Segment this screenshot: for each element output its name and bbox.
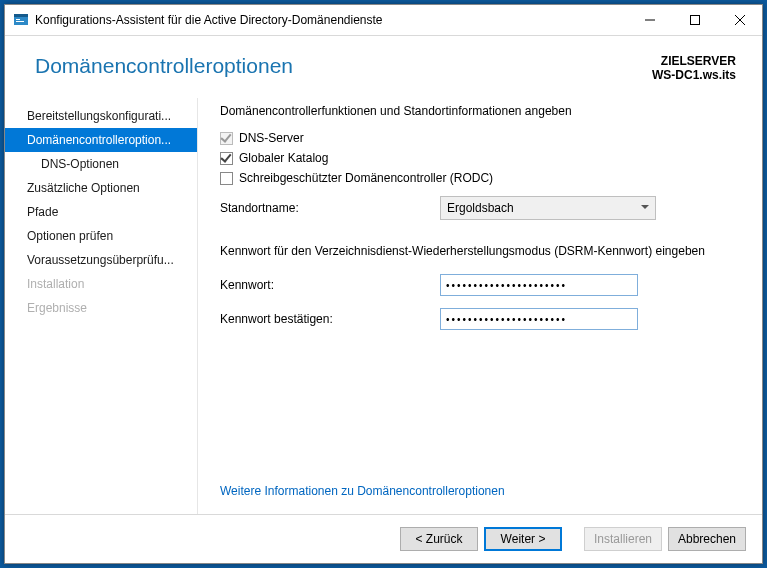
section-capabilities-title: Domänencontrollerfunktionen und Standort… [220,104,736,118]
header: Domänencontrolleroptionen ZIELSERVER WS-… [5,36,762,92]
content-panel: Domänencontrollerfunktionen und Standort… [197,98,762,514]
nav-item[interactable]: Zusätzliche Optionen [5,176,197,200]
rodc-label: Schreibgeschützter Domänencontroller (RO… [239,171,493,185]
password-confirm-label: Kennwort bestätigen: [220,312,440,326]
dns-server-checkbox [220,132,233,145]
wizard-nav: Bereitstellungskonfigurati...Domänencont… [5,98,197,514]
svg-rect-5 [690,16,699,25]
svg-rect-2 [16,19,20,20]
wizard-window: Konfigurations-Assistent für die Active … [4,4,763,564]
nav-item[interactable]: Domänencontrolleroption... [5,128,197,152]
nav-item[interactable]: Bereitstellungskonfigurati... [5,104,197,128]
dns-server-checkbox-row[interactable]: DNS-Server [220,131,736,145]
svg-rect-0 [14,16,28,25]
svg-rect-1 [14,14,28,17]
cancel-button[interactable]: Abbrechen [668,527,746,551]
app-icon [13,12,29,28]
dns-server-label: DNS-Server [239,131,304,145]
next-button[interactable]: Weiter > [484,527,562,551]
install-button[interactable]: Installieren [584,527,662,551]
global-catalog-label: Globaler Katalog [239,151,328,165]
svg-rect-3 [16,21,24,22]
window-buttons [627,5,762,35]
password-confirm-input[interactable]: •••••••••••••••••••••• [440,308,638,330]
close-button[interactable] [717,5,762,35]
rodc-checkbox-row[interactable]: Schreibgeschützter Domänencontroller (RO… [220,171,736,185]
page-title: Domänencontrolleroptionen [35,54,293,78]
section-dsrm-title: Kennwort für den Verzeichnisdienst-Wiede… [220,244,736,258]
nav-item[interactable]: Optionen prüfen [5,224,197,248]
site-name-label: Standortname: [220,201,440,215]
more-info-link[interactable]: Weitere Informationen zu Domänencontroll… [220,474,736,514]
nav-item[interactable]: Voraussetzungsüberprüfu... [5,248,197,272]
nav-item[interactable]: DNS-Optionen [5,152,197,176]
nav-item: Installation [5,272,197,296]
titlebar: Konfigurations-Assistent für die Active … [5,5,762,36]
site-name-value: Ergoldsbach [447,201,514,215]
maximize-button[interactable] [672,5,717,35]
password-input[interactable]: •••••••••••••••••••••• [440,274,638,296]
site-name-select[interactable]: Ergoldsbach [440,196,656,220]
target-label: ZIELSERVER [652,54,736,68]
footer: < Zurück Weiter > Installieren Abbrechen [5,514,762,563]
global-catalog-checkbox-row[interactable]: Globaler Katalog [220,151,736,165]
nav-item: Ergebnisse [5,296,197,320]
nav-item[interactable]: Pfade [5,200,197,224]
password-label: Kennwort: [220,278,440,292]
target-server-block: ZIELSERVER WS-DC1.ws.its [652,54,736,82]
global-catalog-checkbox[interactable] [220,152,233,165]
window-title: Konfigurations-Assistent für die Active … [35,13,627,27]
rodc-checkbox[interactable] [220,172,233,185]
body: Bereitstellungskonfigurati...Domänencont… [5,92,762,514]
back-button[interactable]: < Zurück [400,527,478,551]
minimize-button[interactable] [627,5,672,35]
target-server: WS-DC1.ws.its [652,68,736,82]
